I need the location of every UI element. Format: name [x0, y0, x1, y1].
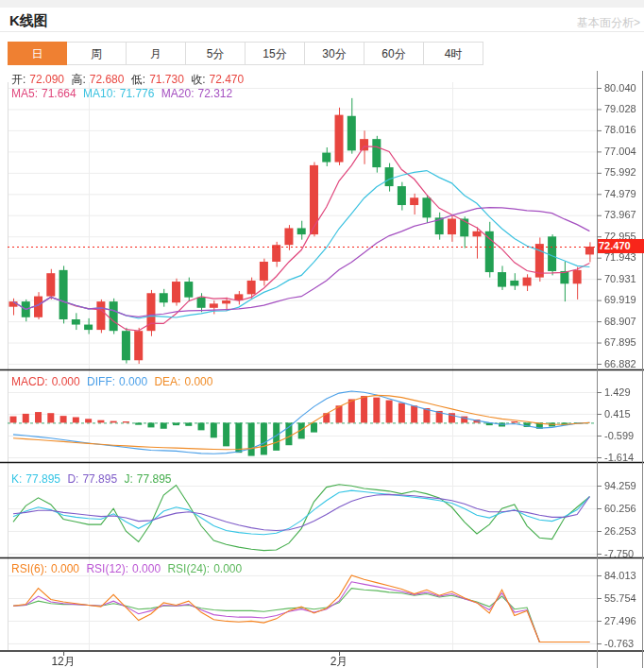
macd-label: MACD: [11, 375, 48, 388]
open-value: 72.090 [29, 73, 64, 86]
rsi6-label: RSI(6): [11, 562, 47, 575]
rsi24-label: RSI(24): [167, 562, 210, 575]
tab-month[interactable]: 月 [127, 42, 186, 65]
tab-5min[interactable]: 5分 [186, 42, 246, 65]
k-value: 77.895 [25, 472, 60, 486]
diff-label: DIFF: [87, 375, 115, 388]
tab-30min[interactable]: 30分 [305, 42, 364, 65]
rsi-legend: RSI(6):0.000 RSI(12):0.000 RSI(24):0.000 [11, 562, 246, 575]
tab-15min[interactable]: 15分 [246, 42, 305, 65]
d-value: 77.895 [82, 472, 117, 486]
top-strip [0, 0, 644, 8]
dea-value: 0.000 [184, 375, 212, 388]
rsi6-value: 0.000 [51, 562, 79, 575]
j-value: 77.895 [137, 472, 172, 486]
ma10-value: 71.776 [120, 87, 155, 100]
tab-day[interactable]: 日 [8, 42, 67, 65]
ma10-label: MA10: [83, 87, 116, 100]
rsi24-value: 0.000 [213, 562, 242, 575]
macd-legend: MACD:0.000 DIFF:0.000 DEA:0.000 [11, 375, 216, 388]
title-separator [0, 31, 644, 32]
j-label: J: [124, 472, 132, 486]
low-value: 71.730 [149, 73, 184, 86]
open-label: 开: [11, 73, 25, 86]
macd-value: 0.000 [52, 375, 80, 388]
page-title: K线图 [9, 12, 48, 30]
fundamental-analysis-link[interactable]: 基本面分析> [577, 15, 640, 31]
tab-4hour[interactable]: 4时 [424, 42, 483, 65]
rsi12-value: 0.000 [132, 562, 161, 575]
tab-week[interactable]: 周 [67, 42, 127, 65]
tab-60min[interactable]: 60分 [364, 42, 424, 65]
close-value: 72.470 [210, 73, 245, 86]
high-label: 高: [71, 73, 85, 86]
current-price-tag: 72.470 [598, 239, 644, 253]
ma20-label: MA20: [161, 87, 195, 100]
kdj-legend: K:77.895 D:77.895 J:77.895 [11, 472, 175, 486]
ma20-value: 72.312 [197, 87, 232, 100]
high-value: 72.680 [90, 73, 125, 86]
ma-legend: MA5:71.664 MA10:71.776 MA20:72.312 [11, 87, 236, 100]
diff-value: 0.000 [119, 375, 147, 388]
ohlc-legend: 开:72.090 高:72.680 低:71.730 收:72.470 [11, 72, 247, 88]
dea-label: DEA: [154, 375, 180, 388]
rsi12-label: RSI(12): [86, 562, 128, 575]
period-tabbar: 日 周 月 5分 15分 30分 60分 4时 [8, 42, 483, 65]
d-label: D: [67, 472, 78, 486]
kline-chart-canvas[interactable] [0, 68, 644, 668]
ma5-value: 71.664 [42, 87, 76, 100]
kline-chart-page: K线图 基本面分析> 日 周 月 5分 15分 30分 60分 4时 开:72.… [0, 0, 644, 668]
close-label: 收: [191, 73, 205, 86]
low-label: 低: [131, 73, 145, 86]
k-label: K: [11, 472, 22, 486]
ma5-label: MA5: [11, 87, 38, 100]
